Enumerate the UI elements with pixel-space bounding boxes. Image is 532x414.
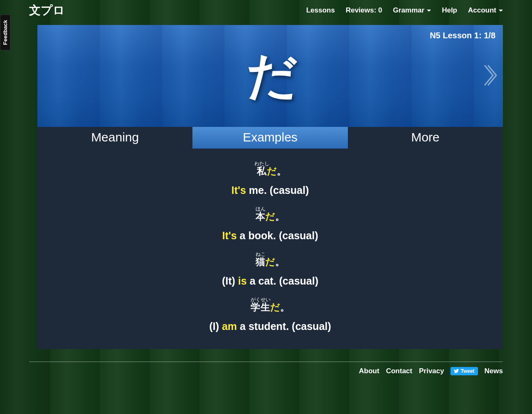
- hero-banner: N5 Lesson 1: 1/8 だ: [37, 25, 503, 127]
- japanese-sentence: 学生がくせいだ。: [46, 297, 495, 314]
- footer-privacy[interactable]: Privacy: [419, 367, 444, 375]
- english-translation: It's a book. (casual): [222, 230, 318, 241]
- grammar-point-title: だ: [246, 42, 294, 110]
- english-translation: It's me. (casual): [232, 184, 309, 196]
- feedback-tab[interactable]: Feedback: [0, 15, 10, 50]
- example-sentence: 私わたしだ。 It's me. (casual): [46, 161, 495, 196]
- tab-meaning[interactable]: Meaning: [37, 127, 192, 149]
- site-logo[interactable]: 文プロ: [29, 2, 65, 18]
- nav-menu: Lessons Reviews: 0 Grammar Help Account: [306, 6, 503, 15]
- top-navigation: 文プロ Lessons Reviews: 0 Grammar Help Acco…: [0, 0, 532, 21]
- grammar-highlight: だ: [265, 256, 275, 267]
- example-sentence: 本ほんだ。 It's a book. (casual): [46, 206, 495, 242]
- tweet-button[interactable]: Tweet: [451, 367, 478, 375]
- chevron-right-icon: [483, 64, 497, 87]
- footer-contact[interactable]: Contact: [386, 367, 412, 375]
- chevron-down-icon: [427, 10, 431, 12]
- chevron-down-icon: [499, 10, 503, 12]
- tab-more[interactable]: More: [348, 127, 503, 149]
- english-translation: (It) is a cat. (casual): [222, 275, 318, 287]
- footer-news[interactable]: News: [485, 367, 503, 375]
- nav-help[interactable]: Help: [442, 6, 457, 15]
- example-sentence: 学生がくせいだ。 (I) am a student. (casual): [46, 297, 495, 332]
- content-tabs: Meaning Examples More: [37, 127, 503, 149]
- nav-grammar[interactable]: Grammar: [393, 6, 431, 15]
- tab-examples[interactable]: Examples: [192, 127, 347, 149]
- japanese-sentence: 本ほんだ。: [46, 206, 495, 223]
- example-sentence: 猫ねこだ。 (It) is a cat. (casual): [46, 252, 495, 287]
- tweet-label: Tweet: [461, 368, 474, 374]
- grammar-highlight: だ: [267, 166, 277, 176]
- main-panel: N5 Lesson 1: 1/8 だ Meaning Examples More…: [37, 25, 503, 349]
- nav-lessons[interactable]: Lessons: [306, 6, 335, 15]
- next-arrow-button[interactable]: [483, 64, 497, 89]
- footer-about[interactable]: About: [359, 367, 379, 375]
- japanese-sentence: 猫ねこだ。: [46, 252, 495, 268]
- page-footer: About Contact Privacy Tweet News: [29, 362, 503, 375]
- nav-account[interactable]: Account: [468, 6, 503, 15]
- grammar-highlight: だ: [270, 302, 280, 312]
- nav-account-label: Account: [468, 6, 496, 15]
- japanese-sentence: 私わたしだ。: [46, 161, 495, 178]
- nav-grammar-label: Grammar: [393, 6, 425, 15]
- lesson-indicator: N5 Lesson 1: 1/8: [430, 31, 495, 40]
- nav-reviews[interactable]: Reviews: 0: [346, 6, 382, 15]
- grammar-highlight: だ: [265, 211, 275, 222]
- english-translation: (I) am a student. (casual): [209, 320, 331, 332]
- examples-content: 私わたしだ。 It's me. (casual) 本ほんだ。 It's a bo…: [37, 149, 503, 349]
- twitter-icon: [454, 369, 459, 373]
